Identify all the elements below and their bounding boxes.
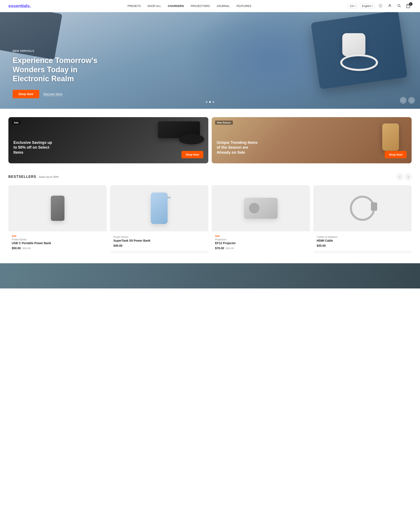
nav-item-shop-all[interactable]: SHOP ALL [148,4,161,8]
account-button[interactable] [386,3,393,9]
product-2-info: Power Banks SuperTank S5 Power Bank $45.… [110,231,208,251]
hero-dot-2[interactable] [209,101,211,103]
product-2-category: Power Banks [114,236,205,238]
hero-content: New Arrivals Experience Tomorrow's Wonde… [13,50,114,98]
product-2-image-area [110,185,208,231]
hero-navigation: ‹ › [400,97,415,104]
country-label: CA [350,4,354,8]
promo-section: Sale Exclusive Savings up to 50% off on … [0,109,420,163]
hero-dot-3[interactable] [212,101,214,103]
hero-charger-decor [342,33,365,56]
promo-card-1-device2-decor [179,134,204,144]
user-icon [388,4,392,9]
nav-item-projectors[interactable]: PROJECTORS [191,4,210,8]
product-2-price-row: $45.00 [114,244,205,247]
product-3-info: Sale Projectors EF12 Projector $70.00 $8… [212,231,310,253]
svg-point-1 [398,4,400,7]
language-selector[interactable]: English ▾ [360,3,375,9]
promo-card-2: New Season Unique Trending Items of the … [212,117,411,163]
product-4-info: Cables & Adapters HDMI Cable $30.00 [313,231,411,251]
nav-item-features[interactable]: FEATURES [236,4,251,8]
product-3-original-price: $85.00 [226,247,234,250]
promo-card-1-cta[interactable]: Shop Now [181,151,203,158]
nav-item-chargers[interactable]: CHARGERS [168,4,184,8]
product-4-price-row: $30.00 [317,244,408,247]
svg-line-2 [400,6,401,7]
nav-item-presets[interactable]: PRESETS [127,4,141,8]
hero-shop-now-button[interactable]: Shop Now [13,90,39,98]
product-1-category: Power Banks [12,238,103,241]
promo-card-1-tag: Sale [12,121,21,125]
product-card-3[interactable]: Sale Projectors EF12 Projector $70.00 $8… [212,185,310,253]
hero-actions: Shop Now Discover More [13,90,114,98]
hero-dots [206,101,214,103]
promo-card-1: Sale Exclusive Savings up to 50% off on … [9,117,208,163]
product-2-name: SuperTank S5 Power Bank [114,239,205,242]
product-1-price: $50.00 [12,246,21,250]
product-3-image-area [212,185,310,231]
hero-discover-more-button[interactable]: Discover More [44,92,62,96]
bestsellers-prev-button[interactable]: ‹ [396,173,403,180]
language-label: English [362,4,371,8]
bestsellers-next-button[interactable]: › [405,173,411,180]
hero-section: New Arrivals Experience Tomorrow's Wonde… [0,12,420,109]
info-button[interactable]: ⓘ [377,3,384,9]
product-1-image [51,196,64,221]
product-grid: Sale Power Banks USB C Portable Power Ba… [9,185,411,253]
promo-card-1-title: Exclusive Savings up to 50% off on Selec… [13,140,55,155]
site-logo[interactable]: essentials. [9,3,31,9]
header: essentials. PRESETS SHOP ALL CHARGERS PR… [0,0,420,12]
promo-card-2-phone-decor [382,123,399,151]
product-4-image-area [313,185,411,231]
promo-card-2-tag: New Season [215,121,233,125]
bestsellers-title-group: BESTSELLERS Save Up to 40% [9,175,59,179]
product-card-4[interactable]: Cables & Adapters HDMI Cable $30.00 [313,185,411,253]
product-1-sale-badge: Sale [12,235,103,237]
product-3-image [244,198,278,219]
promo-card-2-cta[interactable]: Shop Now [385,151,407,158]
product-1-name: USB C Portable Power Bank [12,241,103,245]
info-icon: ⓘ [379,4,382,8]
product-4-image [348,193,377,223]
product-1-original-price: $60.00 [22,247,31,250]
product-4-price: $30.00 [317,244,326,247]
hero-title: Experience Tomorrow's Wonders Today in E… [13,56,114,83]
product-3-price-row: $70.00 $85.00 [215,246,306,250]
bestsellers-section: BESTSELLERS Save Up to 40% ‹ › Sale Powe… [0,163,420,253]
svg-point-0 [389,4,390,6]
search-button[interactable] [396,3,402,9]
product-2-price: $45.00 [114,244,122,247]
product-1-image-area [9,185,107,231]
hero-cable-decor [340,54,378,71]
hero-dot-1[interactable] [206,101,208,103]
header-right: CA ▾ English ▾ ⓘ [348,3,411,9]
bestsellers-header: BESTSELLERS Save Up to 40% ‹ › [9,173,411,180]
product-4-name: HDMI Cable [317,239,408,242]
product-3-category: Projectors [215,238,306,241]
country-selector[interactable]: CA ▾ [348,3,358,9]
main-nav: PRESETS SHOP ALL CHARGERS PROJECTORS JOU… [127,4,251,8]
product-3-price: $70.00 [215,246,224,250]
product-4-category: Cables & Adapters [317,236,408,238]
language-chevron-icon: ▾ [372,5,373,7]
product-3-name: EF12 Projector [215,241,306,245]
hero-tag: New Arrivals [13,50,114,52]
promo-card-2-content: Unique Trending Items of the Season are … [217,140,259,158]
footer-teaser [0,263,420,288]
product-card-2[interactable]: Power Banks SuperTank S5 Power Bank $45.… [110,185,208,253]
product-2-image [151,192,167,224]
product-1-price-row: $50.00 $60.00 [12,246,103,250]
product-card-1[interactable]: Sale Power Banks USB C Portable Power Ba… [9,185,107,253]
cart-badge: 0 [409,2,412,6]
product-3-sale-badge: Sale [215,235,306,237]
promo-card-1-content: Exclusive Savings up to 50% off on Selec… [13,140,55,158]
bestsellers-subtitle: Save Up to 40% [39,175,59,178]
product-1-info: Sale Power Banks USB C Portable Power Ba… [9,231,107,253]
bestsellers-navigation: ‹ › [396,173,411,180]
country-chevron-icon: ▾ [354,5,356,7]
cart-button[interactable]: 0 [405,3,411,9]
search-icon [397,4,401,9]
hero-next-button[interactable]: › [408,97,415,104]
nav-item-journal[interactable]: JOURNAL [217,4,230,8]
hero-prev-button[interactable]: ‹ [400,97,407,104]
